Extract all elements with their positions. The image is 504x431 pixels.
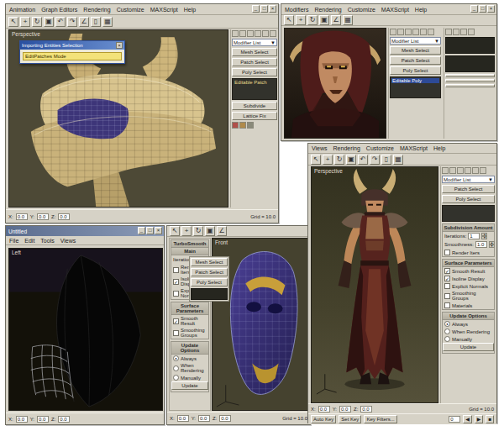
face-mode-icon[interactable] [247,122,254,129]
material-preview-thumbnail[interactable] [445,55,495,72]
close-button[interactable]: × [269,5,276,13]
select-tool-icon[interactable]: ↖ [170,226,180,236]
checkbox-explicit-normals[interactable]: Explicit Normals [443,282,494,290]
modifier-stack[interactable]: Editable Poly [390,76,441,98]
close-button[interactable]: × [155,227,162,234]
set-key-button[interactable]: Set Key [339,415,361,423]
menu-customize[interactable]: Customize [366,145,394,151]
rotate-tool-icon[interactable]: ↻ [334,155,344,165]
close-icon[interactable]: × [116,42,123,49]
modify-tab-icon[interactable] [239,30,246,37]
lattice-fix-button[interactable]: Lattice Fix [232,112,277,120]
coord-x-field[interactable]: 0.0 [318,406,330,413]
radio-always[interactable]: ● Always [443,320,494,328]
checkbox-smoothing-groups[interactable]: Smoothing Groups [171,327,208,339]
checkbox-box[interactable] [173,267,179,273]
key-filters-button[interactable]: Key Filters... [364,415,396,423]
modifier-list-dropdown[interactable]: Modifier List ▼ [232,39,277,46]
menu-views[interactable]: Views [60,238,76,244]
motion-tab-icon[interactable] [465,167,471,174]
checkbox-isoline-display[interactable]: ✓ Isoline Display [443,275,494,282]
panel-button[interactable] [445,74,495,77]
radio-button[interactable] [444,336,450,342]
coord-y-field[interactable]: 0.0 [37,416,49,423]
rollout-title[interactable]: Update Options [171,342,208,355]
menu-views[interactable]: Views [312,145,328,151]
panel-icon[interactable] [445,29,452,35]
move-tool-icon[interactable]: + [181,226,192,236]
move-tool-icon[interactable]: + [20,17,30,27]
title-bar[interactable]: Untitled _ □ × [6,226,164,236]
motion-tab-icon[interactable] [255,30,261,37]
viewport-head-render[interactable] [284,28,386,139]
modify-tab-icon[interactable] [397,29,404,35]
utilities-tab-icon[interactable] [480,167,486,174]
menu-rendering[interactable]: Rendering [83,7,110,13]
menu-help[interactable]: Help [184,7,196,13]
rotate-tool-icon[interactable]: ↻ [193,226,203,236]
checkbox-smooth-result[interactable]: ✓ Smooth Result [443,267,494,275]
menu-customize[interactable]: Customize [117,7,144,13]
checkbox-render-iters[interactable]: Render Iters [443,249,494,256]
viewport-label[interactable]: Front [215,239,228,245]
menu-customize[interactable]: Customize [348,7,375,13]
coord-z-field[interactable]: 0.0 [58,213,70,220]
smoothness-field[interactable]: 1.0 [475,241,487,248]
update-button[interactable]: Update [443,343,494,351]
edge-mode-icon[interactable] [239,122,246,129]
auto-key-button[interactable]: Auto Key [311,415,336,423]
viewport-label[interactable]: Perspective [12,31,40,37]
subdivide-button[interactable]: Subdivide [232,102,277,110]
menu-maxscript[interactable]: MAXScript [400,145,428,151]
select-tool-icon[interactable]: ↖ [284,15,294,25]
poly-select-button[interactable]: Poly Select [442,195,495,203]
hierarchy-tab-icon[interactable] [405,29,412,35]
patch-select-button[interactable]: Patch Select [390,56,441,65]
move-tool-icon[interactable]: + [296,15,306,25]
menu-rendering[interactable]: Rendering [314,7,341,13]
menu-maxscript[interactable]: MAXScript [381,7,409,13]
radio-when-rendering[interactable]: When Rendering [443,328,494,335]
scale-tool-icon[interactable]: ▣ [44,17,54,27]
panel-icon[interactable] [468,29,475,35]
display-tab-icon[interactable] [420,29,427,35]
radio-button[interactable]: ● [173,355,179,361]
viewport-cloth[interactable]: Left [8,248,163,411]
mirror-tool-icon[interactable]: ▯ [381,155,391,165]
undo-icon[interactable]: ↶ [55,17,66,27]
vertex-mode-icon[interactable] [232,122,239,129]
create-tab-icon[interactable] [390,29,396,35]
render-icon[interactable]: ▦ [343,15,353,25]
utilities-tab-icon[interactable] [428,29,434,35]
checkbox-box[interactable] [444,250,450,255]
coord-y-field[interactable]: 0.0 [339,406,351,413]
checkbox-smooth-result[interactable]: ✓ Smooth Result [171,315,208,327]
scale-tool-icon[interactable]: ▣ [205,226,215,236]
hierarchy-tab-icon[interactable] [457,167,464,174]
modify-tab-icon[interactable] [449,167,456,174]
checkbox-materials[interactable]: Materials [443,302,494,309]
checkbox-box[interactable] [444,302,450,308]
render-icon[interactable]: ▦ [393,155,403,165]
undo-icon[interactable]: ↶ [358,155,368,165]
checkbox-box[interactable]: ✓ [444,268,450,274]
display-tab-icon[interactable] [262,30,269,37]
redo-icon[interactable]: ↷ [67,17,77,27]
update-button[interactable]: Update [171,381,208,390]
radio-button[interactable]: ● [444,321,450,327]
scale-tool-icon[interactable]: ▣ [319,15,329,25]
snap-toggle-icon[interactable]: ∠ [217,226,227,236]
coord-z-field[interactable]: 0.0 [360,406,372,413]
checkbox-smoothing-groups[interactable]: Smoothing Groups [443,290,494,302]
rollout-title[interactable]: Subdivision Amount [443,224,494,232]
mirror-tool-icon[interactable]: ▯ [91,17,101,27]
checkbox-box[interactable] [173,291,179,297]
rotate-tool-icon[interactable]: ↻ [307,15,318,25]
scale-tool-icon[interactable]: ▣ [346,155,356,165]
rotate-tool-icon[interactable]: ↻ [32,17,42,27]
modifier-stack[interactable]: Editable Patch [232,78,277,100]
stack-item[interactable]: Editable Poly [391,78,439,83]
select-tool-icon[interactable]: ↖ [8,17,18,27]
checkbox-box[interactable]: ✓ [173,279,179,285]
menu-help[interactable]: Help [433,145,445,151]
